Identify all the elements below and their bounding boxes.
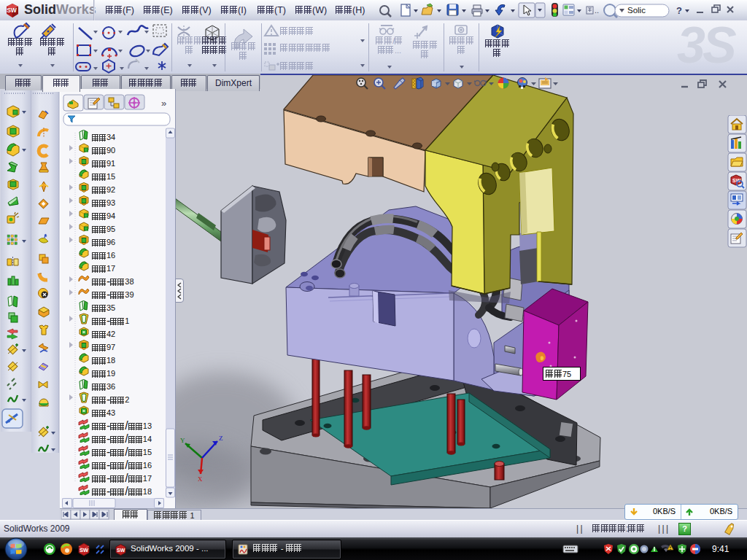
svg-text:X: X bbox=[198, 475, 203, 483]
svg-text:Y: Y bbox=[180, 437, 185, 444]
svg-text:SW: SW bbox=[7, 7, 18, 14]
svg-text:..: .. bbox=[595, 6, 599, 15]
svg-text:»: » bbox=[161, 98, 166, 109]
svg-text:SW: SW bbox=[80, 547, 89, 553]
svg-text:SW: SW bbox=[117, 548, 125, 553]
svg-text:?: ? bbox=[676, 5, 682, 16]
svg-text:Z: Z bbox=[219, 435, 223, 442]
svg-text:Solic: Solic bbox=[627, 6, 646, 15]
